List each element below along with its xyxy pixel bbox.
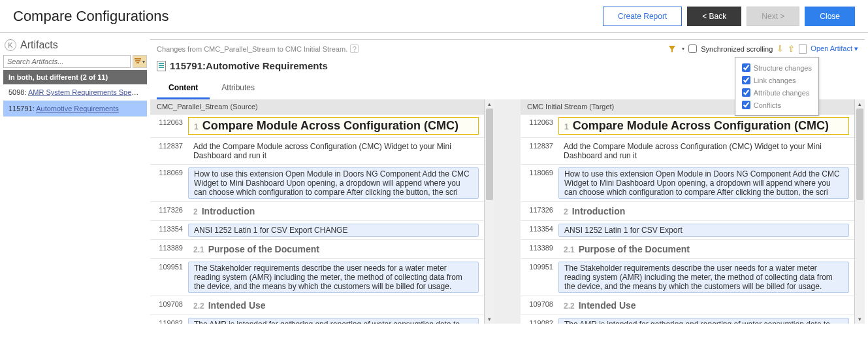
filter-attribute-checkbox[interactable]: [742, 88, 750, 97]
compare-row[interactable]: 1173262Introduction: [521, 202, 854, 221]
artifact-item[interactable]: 115791: Automotive Requirements: [3, 101, 147, 117]
row-id: 112837: [526, 141, 558, 150]
row-id: 112837: [155, 141, 188, 150]
document-icon: [799, 44, 807, 54]
section-number: 2.2: [193, 301, 204, 311]
compare-row[interactable]: 1120631Compare Module Across Configurati…: [150, 114, 484, 138]
artifacts-icon: K: [5, 39, 16, 51]
tab-content[interactable]: Content: [157, 78, 210, 99]
sync-scroll-checkbox[interactable]: [688, 44, 697, 53]
back-button[interactable]: < Back: [687, 7, 741, 26]
compare-row[interactable]: 112837Add the Compare Module across Conf…: [521, 138, 854, 165]
compare-row[interactable]: 1133892.1Purpose of the Document: [521, 240, 854, 259]
create-report-button[interactable]: Create Report: [603, 7, 682, 26]
row-id: 117326: [155, 205, 188, 214]
row-text: Introduction: [202, 206, 255, 216]
section-number: 2.1: [193, 245, 204, 254]
artifact-list: 5098: AMR System Requirements Specif...1…: [3, 84, 147, 117]
row-id: 118069: [526, 167, 558, 177]
svg-marker-3: [669, 46, 675, 52]
scroll-down-icon[interactable]: ▾: [485, 315, 494, 324]
row-text: The Stakeholder requirements describe th…: [564, 264, 833, 291]
scroll-thumb[interactable]: [486, 109, 493, 200]
scroll-up-icon[interactable]: ▴: [855, 99, 865, 109]
row-content: The AMR is intended for gathering and re…: [188, 318, 479, 324]
row-content: 2Introduction: [558, 205, 849, 218]
compare-row[interactable]: 109951The Stakeholder requirements descr…: [150, 259, 484, 296]
row-content: The Stakeholder requirements describe th…: [558, 262, 849, 293]
row-content: 1Compare Module Across Configuration (CM…: [558, 117, 849, 135]
close-button[interactable]: Close: [805, 7, 855, 26]
header-buttons: Create Report < Back Next > Close: [603, 7, 855, 26]
row-content: ANSI 1252 Latin 1 for CSV Export CHANGE: [188, 224, 479, 237]
row-content: Add the Compare Module across Configurat…: [558, 141, 849, 162]
row-id: 113354: [526, 224, 558, 233]
row-text: Add the Compare Module across Configurat…: [193, 142, 451, 160]
row-id: 118069: [155, 167, 188, 177]
column-gap: [494, 99, 521, 324]
compare-row[interactable]: 112837Add the Compare Module across Conf…: [150, 138, 484, 165]
compare-row[interactable]: 118069How to use this extension Open Mod…: [521, 165, 854, 202]
page-title: Compare Configurations: [13, 8, 169, 25]
scroll-thumb[interactable]: [856, 109, 863, 200]
filter-structure-checkbox[interactable]: [742, 63, 750, 72]
filter-link-checkbox[interactable]: [742, 76, 750, 84]
filter-conflicts[interactable]: Conflicts: [739, 99, 814, 111]
row-content: Add the Compare Module across Configurat…: [188, 141, 479, 162]
section-number: 2.1: [564, 245, 575, 254]
filter-conflicts-checkbox[interactable]: [742, 101, 750, 109]
row-text: Intended Use: [208, 300, 266, 311]
row-content: 2Introduction: [188, 205, 479, 218]
search-input[interactable]: [3, 55, 131, 68]
row-content: The Stakeholder requirements describe th…: [188, 262, 479, 293]
compare-row[interactable]: 1097082.2Intended Use: [150, 296, 484, 315]
filter-attribute[interactable]: Attribute changes: [739, 86, 814, 99]
filter-structure[interactable]: Structure changes: [739, 61, 814, 74]
source-rows[interactable]: 1120631Compare Module Across Configurati…: [150, 114, 484, 324]
row-content: 2.2Intended Use: [188, 299, 479, 312]
row-text: ANSI 1252 Latin 1 for CSV Export: [564, 226, 683, 235]
filter-dropdown-icon[interactable]: [667, 44, 677, 54]
row-content: How to use this extension Open Module in…: [558, 167, 849, 199]
chevron-down-icon: ▾: [682, 46, 684, 52]
tab-attributes[interactable]: Attributes: [210, 78, 266, 99]
row-text: The Stakeholder requirements describe th…: [194, 264, 462, 291]
source-scrollbar[interactable]: ▴ ▾: [484, 99, 494, 324]
artifact-item[interactable]: 5098: AMR System Requirements Specif...: [3, 84, 147, 101]
group-header[interactable]: In both, but different (2 of 11): [3, 70, 147, 84]
nav-up-icon[interactable]: ⇧: [788, 44, 795, 54]
toolbar-right: ▾ Synchronized scrolling ⇩ ⇧ Open Artifa…: [667, 44, 858, 54]
open-artifact-link[interactable]: Open Artifact ▾: [811, 44, 858, 53]
svg-rect-2: [137, 62, 139, 63]
compare-row[interactable]: 119082The AMR is intended for gathering …: [150, 315, 484, 324]
compare-row[interactable]: 113354ANSI 1252 Latin 1 for CSV Export: [521, 221, 854, 240]
row-id: 119082: [155, 318, 188, 324]
scroll-up-icon[interactable]: ▴: [485, 99, 494, 109]
row-id: 117326: [526, 205, 558, 214]
row-text: Add the Compare Module across Configurat…: [564, 142, 822, 160]
search-config-button[interactable]: ▾: [133, 55, 147, 68]
row-id: 109708: [155, 299, 188, 308]
row-id: 112063: [526, 117, 558, 126]
sync-scroll-label: Synchronized scrolling: [701, 45, 773, 53]
compare-row[interactable]: 119082The AMR is intended for gathering …: [521, 315, 854, 324]
artifact-id: 5098:: [8, 88, 27, 96]
row-text: How to use this extension Open Module in…: [194, 169, 470, 197]
nav-down-icon[interactable]: ⇩: [777, 44, 784, 54]
scroll-down-icon[interactable]: ▾: [855, 315, 865, 324]
help-icon[interactable]: ?: [350, 44, 359, 53]
row-text: Purpose of the Document: [579, 244, 690, 254]
compare-row[interactable]: 1120631Compare Module Across Configurati…: [521, 114, 854, 138]
section-number: 1: [564, 122, 569, 131]
filter-link[interactable]: Link changes: [739, 74, 814, 86]
compare-row[interactable]: 1097082.2Intended Use: [521, 296, 854, 315]
module-title: 115791:Automotive Requirements: [170, 60, 328, 71]
compare-row[interactable]: 109951The Stakeholder requirements descr…: [521, 259, 854, 296]
compare-row[interactable]: 118069How to use this extension Open Mod…: [150, 165, 484, 202]
compare-row[interactable]: 1173262Introduction: [150, 202, 484, 221]
compare-row[interactable]: 1133892.1Purpose of the Document: [150, 240, 484, 259]
target-scrollbar[interactable]: ▴ ▾: [854, 99, 865, 324]
compare-row[interactable]: 113354ANSI 1252 Latin 1 for CSV Export C…: [150, 221, 484, 240]
target-rows[interactable]: 1120631Compare Module Across Configurati…: [521, 114, 854, 324]
row-text: Introduction: [572, 206, 626, 216]
